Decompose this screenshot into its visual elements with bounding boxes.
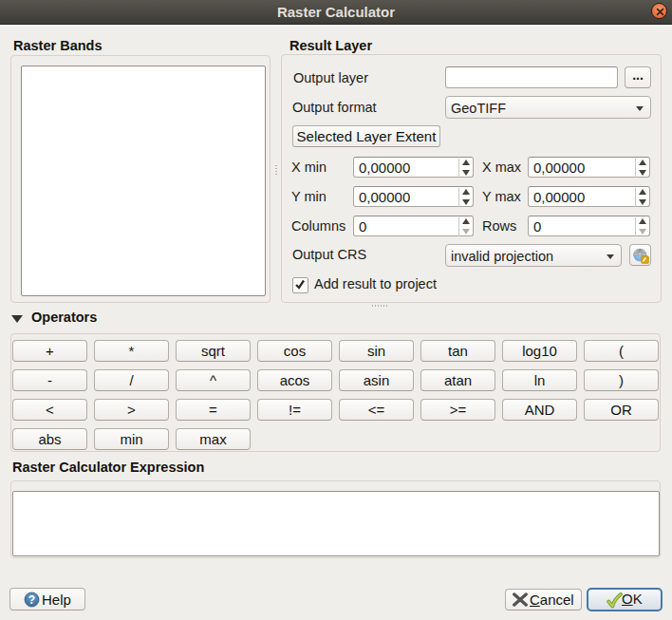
svg-text:?: ? — [28, 593, 35, 607]
